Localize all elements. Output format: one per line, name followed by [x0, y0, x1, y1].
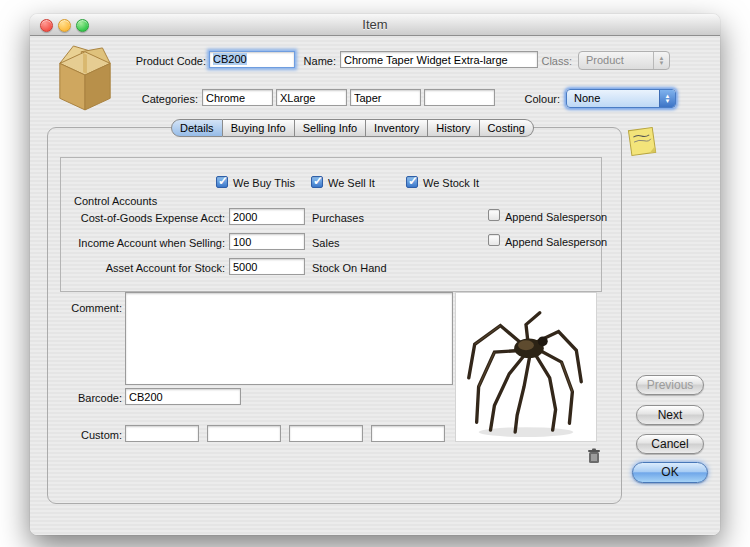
category-input-1[interactable]	[202, 89, 273, 106]
cogs-account-name: Purchases	[312, 212, 364, 224]
sticky-note-icon[interactable]	[626, 124, 658, 158]
cogs-expense-input[interactable]	[229, 208, 305, 225]
item-window: Item Product Code: CB200 Name: Class: Pr…	[30, 14, 720, 535]
trash-icon[interactable]	[586, 447, 602, 465]
we-sell-it-label: We Sell It	[328, 177, 375, 189]
income-account-name: Sales	[312, 237, 340, 249]
colour-popup-value: None	[567, 90, 659, 107]
tab-inventory[interactable]: Inventory	[366, 119, 428, 137]
barcode-label: Barcode:	[50, 392, 122, 404]
tab-buying-info[interactable]: Buying Info	[223, 119, 295, 137]
popup-arrows-icon: ▲▼	[653, 52, 669, 69]
asset-account-input[interactable]	[229, 258, 305, 275]
comment-label: Comment:	[50, 302, 122, 314]
product-photo-well[interactable]	[455, 292, 597, 442]
colour-label: Colour:	[478, 93, 560, 105]
tab-history[interactable]: History	[428, 119, 479, 137]
custom-input-3[interactable]	[289, 425, 363, 442]
we-stock-it-checkbox[interactable]	[406, 176, 418, 188]
class-label: Class:	[498, 55, 572, 67]
asset-account-name: Stock On Hand	[312, 262, 387, 274]
previous-button[interactable]: Previous	[636, 375, 704, 395]
asset-account-label: Asset Account for Stock:	[50, 262, 225, 274]
we-buy-this-label: We Buy This	[233, 177, 295, 189]
product-code-value: CB200	[213, 53, 247, 65]
category-input-2[interactable]	[276, 89, 347, 106]
append-salesperson-label-2: Append Salesperson	[505, 236, 607, 248]
barcode-input[interactable]	[125, 388, 241, 405]
product-code-label: Product Code:	[68, 55, 206, 67]
custom-input-4[interactable]	[371, 425, 445, 442]
class-popup[interactable]: Product ▲▼	[578, 51, 670, 70]
cogs-expense-label: Cost-of-Goods Expense Acct:	[50, 212, 225, 224]
desktop: Item Product Code: CB200 Name: Class: Pr…	[0, 0, 750, 547]
package-box-icon	[54, 40, 116, 112]
product-code-input[interactable]: CB200	[209, 51, 295, 68]
we-stock-it-label: We Stock It	[423, 177, 479, 189]
class-popup-value: Product	[579, 52, 653, 69]
append-salesperson-checkbox-1[interactable]	[488, 209, 500, 221]
tab-selling-info[interactable]: Selling Info	[295, 119, 366, 137]
income-account-label: Income Account when Selling:	[50, 237, 225, 249]
we-buy-this-checkbox[interactable]	[216, 176, 228, 188]
we-sell-it-checkbox[interactable]	[311, 176, 323, 188]
popup-arrows-icon: ▲▼	[659, 90, 675, 107]
name-label: Name:	[290, 55, 336, 67]
cancel-button[interactable]: Cancel	[636, 434, 704, 454]
product-photo-spider	[456, 293, 596, 441]
window-title: Item	[30, 17, 720, 32]
title-bar[interactable]: Item	[30, 14, 720, 36]
tab-costing[interactable]: Costing	[480, 119, 534, 137]
custom-input-2[interactable]	[207, 425, 281, 442]
append-salesperson-label-1: Append Salesperson	[505, 211, 607, 223]
tab-bar: Details Buying Info Selling Info Invento…	[171, 119, 534, 137]
category-input-3[interactable]	[350, 89, 421, 106]
next-button[interactable]: Next	[636, 405, 704, 425]
tab-details[interactable]: Details	[171, 119, 223, 137]
custom-input-1[interactable]	[125, 425, 199, 442]
ok-button[interactable]: OK	[632, 462, 708, 483]
control-accounts-label: Control Accounts	[74, 195, 157, 207]
append-salesperson-checkbox-2[interactable]	[488, 234, 500, 246]
comment-textarea[interactable]	[125, 292, 453, 385]
colour-popup[interactable]: None ▲▼	[566, 89, 676, 108]
income-account-input[interactable]	[229, 233, 305, 250]
custom-label: Custom:	[50, 429, 122, 441]
categories-label: Categories:	[110, 93, 198, 105]
